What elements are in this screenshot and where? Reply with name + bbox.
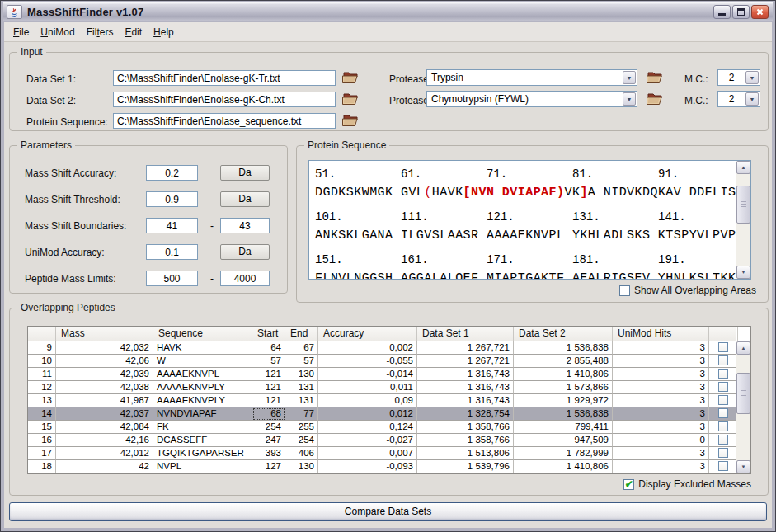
row-checkbox[interactable] — [718, 342, 728, 352]
protein-sequence-path-input[interactable] — [113, 113, 336, 129]
table-row[interactable]: 1442,037NVNDVIAPAF68770,0121 328,7541 53… — [28, 407, 736, 421]
parameter-value2-input[interactable] — [220, 218, 270, 233]
range-separator: - — [210, 273, 214, 285]
protease1-browse-button[interactable] — [646, 70, 665, 86]
table-row[interactable]: 1742,012TGQIKTGAPARSER393406-0,0071 513,… — [28, 447, 736, 460]
row-checkbox[interactable] — [718, 369, 728, 379]
scroll-down-icon[interactable]: ▼ — [736, 460, 750, 473]
unit-button[interactable]: Da — [220, 165, 270, 181]
cell-unimod: 3 — [613, 381, 709, 394]
column-header-data-set-1[interactable]: Data Set 1 — [417, 327, 514, 341]
column-header-mass[interactable]: Mass — [56, 327, 153, 341]
sequence-scrollbar-thumb[interactable] — [736, 186, 750, 224]
menu-item-filters[interactable]: Filters — [81, 24, 120, 40]
parameter-value-input[interactable] — [146, 191, 198, 207]
menu-item-unimod[interactable]: UniMod — [35, 24, 80, 40]
table-row[interactable]: 1642,16DCASSEFF247254-0,0271 358,766947,… — [28, 434, 736, 447]
row-checkbox[interactable] — [718, 435, 728, 445]
column-header-unimod-hits[interactable]: UniMod Hits — [613, 327, 709, 341]
scroll-down-icon[interactable]: ▼ — [736, 266, 750, 279]
close-button[interactable] — [751, 5, 769, 19]
mc1-combobox[interactable]: 2 ▼ — [717, 69, 760, 86]
checkbox-box[interactable] — [619, 285, 630, 296]
column-header-start[interactable]: Start — [252, 327, 285, 341]
parameter-value-input[interactable] — [146, 271, 198, 286]
scroll-up-icon[interactable]: ▲ — [736, 161, 750, 174]
cell-sequence: DCASSEFF — [153, 434, 252, 447]
client-area: FileUniModFiltersEditHelp Input Data Set… — [4, 22, 772, 528]
cell-end: 130 — [285, 460, 318, 473]
column-header-end[interactable]: End — [285, 327, 318, 341]
row-checkbox[interactable] — [718, 408, 728, 418]
scroll-up-icon[interactable]: ▲ — [736, 341, 750, 355]
maximize-button[interactable] — [732, 5, 750, 19]
display-excluded-masses-checkbox[interactable]: ✔ Display Excluded Masses — [623, 478, 751, 490]
chevron-down-icon[interactable]: ▼ — [623, 71, 636, 84]
sequence-row: DGDKSKWMGK GVL(HAVK[NVN DVIAPAF)VK]A NID… — [315, 186, 731, 200]
checkbox-box[interactable]: ✔ — [623, 479, 634, 490]
row-checkbox[interactable] — [718, 382, 728, 392]
row-checkbox[interactable] — [718, 461, 728, 471]
cell-ds2: 1 536,838 — [514, 407, 613, 421]
chevron-down-icon[interactable]: ▼ — [623, 92, 636, 106]
cell-ds1: 1 358,766 — [417, 421, 514, 434]
table-row[interactable]: 1341,987AAAAEKNVPLY1211310,091 316,7431 … — [28, 394, 736, 407]
cell-start: 57 — [252, 355, 285, 368]
protein-sequence-viewer[interactable]: 51.61.71.81.91.DGDKSKWMGK GVL(HAVK[NVN D… — [308, 160, 751, 280]
chevron-down-icon[interactable]: ▼ — [745, 92, 759, 106]
unit-button[interactable]: Da — [220, 191, 270, 207]
menu-item-file[interactable]: File — [7, 24, 35, 40]
menu-item-edit[interactable]: Edit — [119, 24, 148, 40]
cell-ds1: 1 267,721 — [417, 341, 514, 355]
cell-mass: 42,012 — [56, 447, 153, 460]
row-checkbox[interactable] — [718, 355, 728, 365]
table-scrollbar[interactable]: ▲ ▼ — [736, 341, 750, 473]
sequence-scrollbar[interactable]: ▲ ▼ — [736, 161, 750, 279]
parameter-value2-input[interactable] — [220, 271, 270, 286]
peptides-table[interactable]: MassSequenceStartEndAccuracyData Set 1Da… — [27, 326, 751, 474]
column-header-blank[interactable] — [28, 327, 56, 341]
mc2-combobox[interactable]: 2 ▼ — [717, 91, 760, 107]
input-group: Input Data Set 1: Protease 1: Trypsin ▼ … — [9, 52, 769, 131]
parameter-value-input[interactable] — [146, 218, 198, 233]
column-header-blank[interactable] — [709, 327, 738, 341]
menu-item-help[interactable]: Help — [148, 24, 180, 40]
column-header-data-set-2[interactable]: Data Set 2 — [514, 327, 613, 341]
title-bar[interactable]: MassShiftFinder v1.07 — [3, 2, 773, 21]
cell-check — [709, 407, 738, 421]
protein-sequence-browse-button[interactable] — [341, 113, 361, 129]
table-row[interactable]: 1142,039AAAAEKNVPL121130-0,0141 316,7431… — [28, 368, 736, 381]
dataset1-path-input[interactable] — [113, 70, 336, 86]
table-row[interactable]: 1842NVPL127130-0,0931 539,7961 410,8063 — [28, 460, 736, 473]
cell-mass: 42,032 — [56, 341, 153, 355]
table-row[interactable]: 1242,038AAAAEKNVPLY121131-0,0111 316,743… — [28, 381, 736, 394]
minimize-button[interactable] — [713, 5, 731, 19]
column-header-sequence[interactable]: Sequence — [153, 327, 252, 341]
cell-accuracy: -0,093 — [318, 460, 417, 473]
protease2-combobox[interactable]: Chymotrypsin (FYWL) ▼ — [426, 91, 637, 107]
unit-button[interactable]: Da — [220, 244, 270, 260]
table-row[interactable]: 942,032HAVK64670,0021 267,7211 536,8383 — [28, 341, 736, 355]
compare-data-sets-button[interactable]: Compare Data Sets — [9, 502, 767, 521]
cell-ds1: 1 358,766 — [417, 434, 514, 447]
dataset1-browse-button[interactable] — [341, 70, 361, 86]
row-checkbox[interactable] — [718, 448, 728, 458]
show-all-overlapping-areas-checkbox[interactable]: Show All Overlapping Areas — [619, 285, 756, 296]
parameter-value-input[interactable] — [146, 244, 198, 260]
mc2-selected-value: 2 — [718, 92, 745, 106]
dataset2-path-input[interactable] — [113, 92, 336, 107]
row-checkbox[interactable] — [718, 421, 728, 431]
chevron-down-icon[interactable]: ▼ — [745, 71, 759, 84]
column-header-accuracy[interactable]: Accuracy — [318, 327, 417, 341]
protease1-combobox[interactable]: Trypsin ▼ — [426, 69, 637, 86]
dataset2-browse-button[interactable] — [341, 92, 361, 107]
parameter-value-input[interactable] — [146, 165, 198, 181]
cell-num: 18 — [28, 460, 56, 473]
cell-ds2: 1 573,866 — [514, 381, 613, 394]
row-checkbox[interactable] — [718, 395, 728, 405]
table-row[interactable]: 1042,06W5757-0,0551 267,7212 855,4883 — [28, 355, 736, 368]
open-folder-icon — [341, 92, 360, 106]
protease2-browse-button[interactable] — [646, 92, 665, 107]
table-scrollbar-thumb[interactable] — [736, 373, 750, 414]
table-row[interactable]: 1542,084FK2542550,1241 358,766799,4113 — [28, 421, 736, 434]
